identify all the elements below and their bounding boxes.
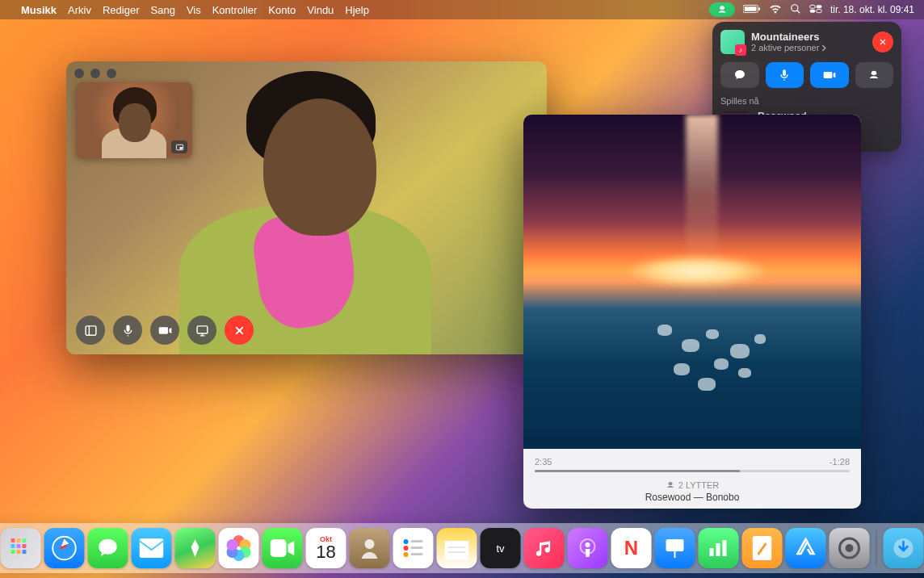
music-miniplayer: 2:35 -1:28 2 LYTTER Rosewood — Bonobo: [523, 115, 861, 509]
menu-vindu[interactable]: Vindu: [307, 4, 334, 16]
svg-rect-45: [710, 548, 714, 556]
control-center-icon[interactable]: [809, 4, 822, 16]
window-traffic-lights[interactable]: [74, 69, 116, 78]
svg-rect-47: [723, 540, 727, 556]
battery-icon[interactable]: [743, 4, 761, 16]
svg-rect-7: [810, 9, 816, 12]
menu-rediger[interactable]: Rediger: [103, 4, 140, 16]
menu-sang[interactable]: Sang: [151, 4, 175, 16]
traffic-zoom[interactable]: [107, 69, 116, 78]
sidebar-toggle-button[interactable]: [76, 316, 105, 345]
svg-point-50: [846, 544, 854, 552]
shareplay-button[interactable]: [855, 62, 894, 88]
dock-apple-tv[interactable]: tv: [481, 528, 521, 568]
spotlight-icon[interactable]: [790, 3, 801, 17]
svg-rect-38: [445, 541, 469, 560]
svg-rect-6: [817, 5, 822, 8]
menu-vis[interactable]: Vis: [187, 4, 201, 16]
menu-kontroller[interactable]: Kontroller: [212, 4, 258, 16]
app-name[interactable]: Musikk: [21, 4, 57, 16]
svg-rect-8: [817, 9, 822, 12]
svg-point-34: [404, 546, 409, 551]
svg-rect-30: [271, 539, 287, 557]
svg-rect-25: [17, 550, 21, 554]
album-artwork[interactable]: [523, 115, 861, 449]
menu-konto[interactable]: Konto: [268, 4, 296, 16]
svg-line-4: [797, 10, 800, 13]
wifi-icon[interactable]: [769, 4, 782, 16]
messages-button[interactable]: [720, 62, 759, 88]
dock-reminders[interactable]: [393, 528, 434, 568]
dock-music[interactable]: [524, 528, 565, 568]
dock-messages[interactable]: [88, 528, 128, 568]
svg-rect-5: [810, 5, 816, 8]
dock-notes[interactable]: [437, 528, 477, 568]
traffic-close[interactable]: [74, 69, 84, 78]
shareplay-title: Mountaineers: [751, 31, 866, 43]
svg-point-41: [586, 542, 590, 547]
dock-downloads[interactable]: [884, 528, 924, 568]
mic-button[interactable]: [766, 62, 804, 88]
facetime-self-view[interactable]: [76, 82, 192, 158]
svg-rect-15: [197, 325, 208, 333]
dock-podcasts[interactable]: [568, 528, 608, 568]
menu-arkiv[interactable]: Arkiv: [68, 4, 91, 16]
video-button[interactable]: [810, 62, 849, 88]
svg-point-31: [365, 539, 375, 549]
listeners-label: 2 LYTTER: [535, 480, 850, 490]
dock-calendar[interactable]: Okt 18: [306, 528, 346, 568]
svg-rect-24: [11, 550, 15, 554]
svg-rect-19: [17, 538, 21, 542]
svg-rect-46: [716, 543, 720, 556]
svg-rect-2: [758, 7, 760, 10]
dock-safari[interactable]: [44, 528, 85, 568]
dock-facetime[interactable]: [262, 528, 303, 568]
dock: Okt 18 tv N: [0, 523, 924, 573]
dock-news[interactable]: N: [611, 528, 652, 568]
svg-rect-21: [11, 544, 15, 548]
dock-maps[interactable]: [175, 528, 216, 568]
svg-rect-12: [179, 147, 182, 149]
dock-numbers[interactable]: [699, 528, 739, 568]
menu-datetime[interactable]: tir. 18. okt. kl. 09:41: [830, 4, 914, 15]
dock-app-store[interactable]: [786, 528, 826, 568]
share-screen-button[interactable]: [187, 316, 216, 345]
svg-rect-13: [86, 325, 96, 334]
svg-rect-33: [411, 540, 423, 542]
svg-rect-29: [140, 538, 164, 558]
svg-rect-37: [411, 553, 423, 555]
dock-system-settings[interactable]: [830, 528, 870, 568]
shareplay-status-icon[interactable]: [709, 2, 735, 17]
svg-rect-35: [411, 547, 423, 549]
svg-rect-43: [666, 539, 684, 551]
remaining-time: -1:28: [830, 457, 850, 467]
dock-mail[interactable]: [132, 528, 172, 568]
pip-expand-icon[interactable]: [171, 140, 187, 153]
svg-rect-20: [23, 538, 27, 542]
progress-slider[interactable]: [535, 470, 850, 472]
svg-point-3: [792, 4, 798, 10]
shareplay-group-icon: [720, 30, 745, 54]
dock-photos[interactable]: [219, 528, 259, 568]
dock-separator: [876, 530, 877, 566]
now-playing-label: Spilles nå: [720, 96, 893, 106]
traffic-minimize[interactable]: [90, 69, 100, 78]
dock-keynote[interactable]: [655, 528, 695, 568]
svg-point-36: [404, 552, 409, 557]
shareplay-subtitle[interactable]: 2 aktive personer: [751, 43, 866, 52]
svg-rect-22: [17, 544, 21, 548]
track-label: Rosewood — Bonobo: [535, 492, 850, 503]
menu-hjelp[interactable]: Hjelp: [345, 4, 369, 16]
camera-button[interactable]: [150, 316, 179, 345]
svg-rect-1: [745, 6, 757, 11]
dock-contacts[interactable]: [350, 528, 390, 568]
end-call-button[interactable]: [225, 316, 254, 345]
dock-launchpad[interactable]: [1, 528, 41, 568]
elapsed-time: 2:35: [535, 457, 552, 467]
shareplay-leave-button[interactable]: [872, 31, 893, 52]
calendar-day: 18: [316, 543, 335, 561]
mute-button[interactable]: [113, 316, 142, 345]
svg-rect-18: [11, 538, 15, 542]
svg-point-32: [404, 539, 409, 544]
dock-pages[interactable]: [742, 528, 783, 568]
